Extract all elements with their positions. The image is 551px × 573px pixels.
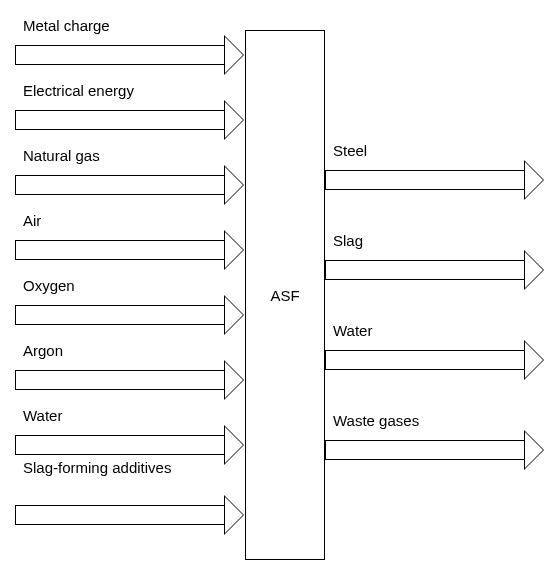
input-arrow-argon: Argon — [15, 360, 245, 400]
output-arrow-waste-gases: Waste gases — [325, 430, 545, 470]
output-label: Steel — [333, 142, 367, 159]
arrow-head-icon — [224, 100, 244, 140]
output-arrow-slag: Slag — [325, 250, 545, 290]
input-arrow-metal-charge: Metal charge — [15, 35, 245, 75]
arrow-head-icon — [224, 295, 244, 335]
process-box: ASF — [245, 30, 325, 560]
output-label: Slag — [333, 232, 363, 249]
input-label: Air — [23, 212, 41, 229]
process-label: ASF — [270, 287, 299, 304]
arrow-head-icon — [224, 165, 244, 205]
arrow-head-icon — [524, 430, 544, 470]
input-label: Argon — [23, 342, 63, 359]
output-arrow-water: Water — [325, 340, 545, 380]
arrow-head-icon — [524, 160, 544, 200]
input-label: Natural gas — [23, 147, 100, 164]
output-label: Waste gases — [333, 412, 419, 429]
arrow-head-icon — [524, 340, 544, 380]
input-arrow-natural-gas: Natural gas — [15, 165, 245, 205]
output-label: Water — [333, 322, 372, 339]
arrow-head-icon — [224, 35, 244, 75]
arrow-head-icon — [224, 425, 244, 465]
input-label: Oxygen — [23, 277, 75, 294]
input-arrow-slag-additives: Slag-forming additives — [15, 495, 245, 535]
arrow-head-icon — [224, 230, 244, 270]
input-label: Metal charge — [23, 17, 110, 34]
arrow-head-icon — [224, 495, 244, 535]
input-arrow-air: Air — [15, 230, 245, 270]
input-arrow-electrical-energy: Electrical energy — [15, 100, 245, 140]
input-label: Water — [23, 407, 62, 424]
input-arrow-oxygen: Oxygen — [15, 295, 245, 335]
output-arrow-steel: Steel — [325, 160, 545, 200]
arrow-head-icon — [224, 360, 244, 400]
input-label: Electrical energy — [23, 82, 134, 99]
asf-flow-diagram: ASF Metal charge Electrical energy Natur… — [0, 0, 551, 573]
input-label: Slag-forming additives — [23, 459, 171, 476]
arrow-head-icon — [524, 250, 544, 290]
